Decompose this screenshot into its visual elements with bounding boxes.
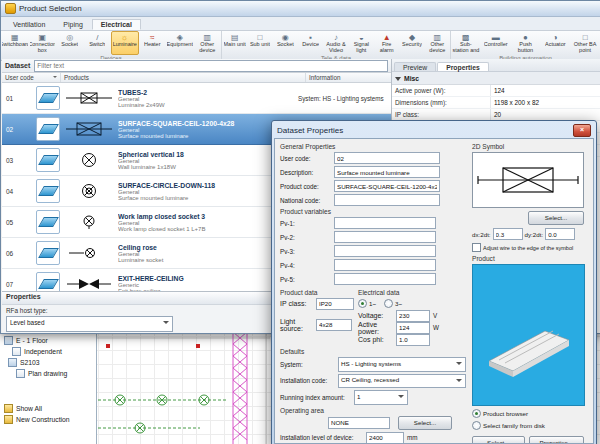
tree-item-plan-drawing[interactable]: Plan drawing bbox=[0, 368, 96, 379]
tube-symbol bbox=[60, 91, 118, 105]
column-user-code[interactable]: User code bbox=[2, 73, 61, 82]
ribbon-button-luminaire[interactable]: ☼Luminaire bbox=[111, 31, 139, 55]
adjust-wire-checkbox[interactable] bbox=[472, 243, 481, 252]
dx-label: dx:2dt: bbox=[472, 231, 491, 238]
product-code-label: Product code: bbox=[280, 183, 334, 190]
pv5-field[interactable] bbox=[334, 273, 436, 285]
property-row[interactable]: Dimensions (mm):1198 x 200 x 82 bbox=[392, 97, 600, 109]
ribbon-button-signal-light[interactable]: ◒Signal light bbox=[349, 31, 374, 55]
product-desc: Surface mounted luminare bbox=[118, 133, 296, 139]
tree-item-independent[interactable]: Independent bbox=[0, 346, 96, 357]
close-icon[interactable]: × bbox=[573, 124, 591, 137]
running-index-combo[interactable]: 1 bbox=[354, 390, 408, 405]
ribbon-button-other-device[interactable]: ▥Other device bbox=[194, 31, 222, 55]
dialog-titlebar[interactable]: Dataset Properties × bbox=[274, 123, 594, 138]
column-products[interactable]: Products bbox=[61, 73, 306, 82]
national-code-field[interactable] bbox=[334, 194, 440, 206]
pv1-field[interactable] bbox=[334, 217, 436, 229]
ip-class-field[interactable] bbox=[316, 298, 354, 310]
ribbon-button-security[interactable]: ◆Security bbox=[399, 31, 424, 55]
tab-piping[interactable]: Piping bbox=[54, 19, 91, 30]
active-power-field[interactable] bbox=[396, 322, 430, 334]
operating-area-field[interactable] bbox=[328, 417, 390, 429]
tree-spacer bbox=[0, 379, 96, 403]
tele-other-device-icon: ▥ bbox=[434, 33, 442, 42]
tab-preview[interactable]: Preview bbox=[394, 62, 436, 71]
table-row[interactable]: 01 TUBES-2 General Luminaire 2x49W Syste… bbox=[2, 83, 391, 114]
product-code-field[interactable] bbox=[334, 180, 440, 192]
ribbon-button-fire-alarm[interactable]: ▲Fire alarm bbox=[374, 31, 399, 55]
pv4-field[interactable] bbox=[334, 259, 436, 271]
dy-field[interactable] bbox=[545, 228, 575, 240]
ribbon-button-push-button[interactable]: ●Push button bbox=[511, 31, 541, 55]
push-button-icon: ● bbox=[523, 33, 528, 42]
operating-area-select-button[interactable]: Select... bbox=[398, 416, 452, 430]
phase-1-radio[interactable]: 1~ bbox=[358, 299, 376, 308]
main-unit-icon: ▤ bbox=[231, 33, 239, 42]
cos-phi-field[interactable] bbox=[396, 334, 430, 346]
installation-code-combo[interactable]: CR Ceiling, recessed bbox=[338, 374, 466, 389]
luminaire-chip-icon bbox=[36, 86, 60, 110]
user-code-field[interactable] bbox=[334, 152, 440, 164]
adjust-wire-checkbox-row[interactable]: Adjust wire to the edge of the symbol bbox=[472, 243, 584, 252]
ribbon-button-controller[interactable]: ▬Controller bbox=[481, 31, 511, 55]
general-properties-section-label: General Properties bbox=[280, 143, 468, 150]
pv1-label: Pv-1: bbox=[280, 220, 334, 227]
window-titlebar[interactable]: Product Selection bbox=[1, 1, 600, 17]
ribbon-button-audio-video[interactable]: ♪Audio & Video bbox=[323, 31, 348, 55]
tab-electrical[interactable]: Electrical bbox=[92, 19, 141, 30]
pv2-field[interactable] bbox=[334, 231, 436, 243]
rfa-properties-button[interactable]: Properties... bbox=[529, 436, 584, 444]
device-markers bbox=[106, 344, 200, 348]
controller-icon: ▬ bbox=[492, 33, 500, 42]
ribbon-button-socket[interactable]: ◎Socket bbox=[56, 31, 84, 55]
property-group-misc[interactable]: Misc bbox=[392, 72, 600, 85]
description-label: Description: bbox=[280, 169, 334, 176]
product-desc: Work lamp closed socket 1 L+7B bbox=[118, 226, 296, 232]
filter-input[interactable] bbox=[34, 60, 388, 72]
ribbon-button-heater[interactable]: ≈Heater bbox=[139, 31, 167, 55]
product-browser-radio[interactable]: Product browser bbox=[472, 409, 584, 418]
tree-item-show-all[interactable]: Show All bbox=[0, 403, 96, 414]
ribbon-button-substation-router[interactable]: ▩Sub-station and router bbox=[451, 31, 481, 55]
connection-box-icon: ▣ bbox=[38, 33, 46, 42]
tab-ventilation[interactable]: Ventilation bbox=[4, 19, 54, 30]
rfa-select-button[interactable]: Select... bbox=[472, 436, 525, 444]
symbol-select-button[interactable]: Select... bbox=[528, 211, 584, 225]
other-ba-point-icon: □ bbox=[583, 33, 588, 42]
description-field[interactable] bbox=[334, 166, 440, 178]
dx-field[interactable] bbox=[493, 228, 523, 240]
ribbon-button-sub-unit[interactable]: □Sub unit bbox=[247, 31, 272, 55]
fire-alarm-icon: ▲ bbox=[383, 33, 391, 42]
tree-item-floor[interactable]: E - 1 Floor bbox=[0, 335, 96, 346]
pv3-field[interactable] bbox=[334, 245, 436, 257]
ribbon-button-other-ba-point[interactable]: □Other BA point bbox=[570, 31, 600, 55]
phase-3-radio[interactable]: 3~ bbox=[384, 299, 402, 308]
work-lamp-symbol bbox=[60, 214, 118, 230]
tree-item-new-construction[interactable]: New Construction bbox=[0, 414, 96, 425]
installation-level-field[interactable] bbox=[366, 432, 404, 444]
pv4-label: Pv-4: bbox=[280, 262, 334, 269]
system-combo[interactable]: HS - Lighting systems bbox=[338, 357, 466, 372]
ribbon-button-actuator[interactable]: ◑Actuator bbox=[540, 31, 570, 55]
tree-item-s2103[interactable]: S2103 bbox=[0, 357, 96, 368]
heater-icon: ≈ bbox=[150, 33, 154, 42]
ribbon-button-device[interactable]: ▪Device bbox=[298, 31, 323, 55]
property-row[interactable]: Active power (W):124 bbox=[392, 85, 600, 97]
rfa-host-type-combo[interactable]: Level based bbox=[6, 316, 173, 332]
ribbon-button-equipment[interactable]: ◈Equipment bbox=[166, 31, 194, 55]
ribbon-tabbar: Ventilation Piping Electrical bbox=[1, 17, 600, 31]
tab-properties[interactable]: Properties bbox=[437, 62, 489, 71]
family-from-disk-radio[interactable]: Select family from disk bbox=[472, 421, 584, 430]
ribbon-button-switch[interactable]: /Switch bbox=[84, 31, 112, 55]
ribbon-button-main-unit[interactable]: ▤Main unit bbox=[222, 31, 247, 55]
column-information[interactable]: Information bbox=[306, 73, 391, 82]
circle-luminaire-symbol bbox=[60, 183, 118, 199]
tree-item-label: Independent bbox=[24, 348, 62, 355]
ribbon-button-connection-box[interactable]: ▣Connection box bbox=[29, 31, 57, 55]
ribbon-button-switchboard[interactable]: ▦Switchboard bbox=[1, 31, 29, 55]
light-source-field[interactable] bbox=[316, 319, 352, 331]
ribbon-button-tele-other-device[interactable]: ▥Other device bbox=[425, 31, 450, 55]
voltage-field[interactable] bbox=[396, 310, 430, 322]
ribbon-button-tele-socket[interactable]: ◉Socket bbox=[273, 31, 298, 55]
